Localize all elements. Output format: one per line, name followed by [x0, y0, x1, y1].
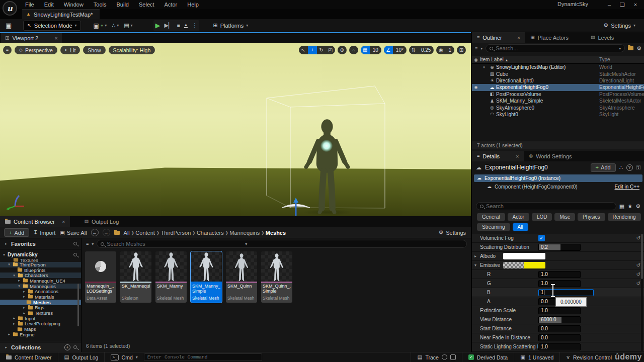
emissive-color-swatch[interactable]: [503, 262, 545, 268]
grid-snap-value[interactable]: 10: [370, 46, 381, 54]
grid-snap-icon[interactable]: ▦: [361, 46, 370, 54]
tree-item-animations[interactable]: ▸ Animations: [0, 289, 81, 294]
search-icon[interactable]: [73, 345, 77, 349]
blueprints-button[interactable]: ∴▾: [109, 21, 121, 30]
unsaved-button[interactable]: ▣ 1 Unsaved: [514, 352, 559, 362]
tab-details[interactable]: ≡ Details ×: [472, 151, 524, 161]
breadcrumb-item[interactable]: All: [124, 230, 130, 236]
camera-speed-icon[interactable]: ◉: [436, 46, 445, 54]
tree-item-mannequin-ue4[interactable]: ▸ Mannequin_UE4: [0, 278, 81, 284]
menu-item-select[interactable]: Select: [134, 2, 159, 8]
more-options-icon[interactable]: ⋮: [192, 23, 197, 28]
blueprint-icon[interactable]: ∴: [619, 165, 623, 170]
tree-item-mannequins[interactable]: ▾ Mannequins: [0, 284, 81, 289]
static-lighting-scattering-intensity-field[interactable]: 1.0: [538, 343, 581, 350]
tab-place-actors[interactable]: ▣ Place Actors: [525, 32, 574, 43]
cb-settings-button[interactable]: ⚙ Settings: [438, 230, 466, 236]
close-button[interactable]: ×: [629, 2, 642, 8]
add-component-button[interactable]: +Add: [591, 163, 616, 172]
show-dropdown[interactable]: Show: [83, 46, 105, 54]
select-tool-icon[interactable]: ↖: [299, 46, 308, 54]
search-icon[interactable]: [73, 242, 77, 245]
import-button[interactable]: ↧Import: [33, 230, 55, 236]
near-fade-in-distance-field[interactable]: 0.0: [538, 334, 581, 341]
tab-world-settings[interactable]: ◎ World Settings: [524, 151, 577, 161]
viewport-options-button[interactable]: ≡: [3, 46, 12, 54]
menu-item-file[interactable]: File: [20, 2, 39, 8]
tree-scrollbar[interactable]: [77, 284, 79, 326]
menu-item-actor[interactable]: Actor: [159, 2, 183, 8]
asset-tile-skm-manny-simple-selected[interactable]: SKM_Manny_.. Simple Skeletal Mesh: [191, 251, 222, 303]
close-icon[interactable]: ×: [517, 35, 520, 41]
selection-mode-dropdown[interactable]: ↖ Selection Mode ▾: [23, 21, 80, 31]
content-drawer-button[interactable]: Content Drawer: [0, 352, 58, 362]
expand-arrow-icon[interactable]: ▸: [472, 254, 479, 258]
viewport-tab[interactable]: ⊞ Viewport 2 ×: [1, 33, 62, 43]
outliner-row[interactable]: ▧ Cube StaticMeshActor: [472, 70, 644, 77]
breadcrumb-item[interactable]: Characters: [197, 230, 224, 236]
tab-output-log[interactable]: ▤ Output Log: [79, 216, 124, 227]
favorites-star-icon[interactable]: ★: [627, 204, 632, 209]
derived-data-button[interactable]: ✓ Derived Data: [462, 352, 514, 362]
move-tool-icon[interactable]: +: [308, 46, 317, 54]
start-distance-field[interactable]: 0.0: [538, 325, 581, 332]
eject-icon[interactable]: ▲: [184, 23, 188, 28]
expand-arrow-icon[interactable]: ▾: [480, 65, 488, 69]
asset-tile-sk-mannequin[interactable]: SK_Mannequin Skeleton: [120, 251, 151, 303]
close-icon[interactable]: ×: [54, 35, 57, 41]
outliner-search[interactable]: ▾: [486, 44, 625, 52]
reset-icon[interactable]: ↺: [636, 235, 640, 241]
albedo-color-swatch[interactable]: [503, 253, 545, 259]
add-actor-button[interactable]: ▣+▾: [91, 21, 110, 30]
asset-search[interactable]: ▾: [97, 240, 467, 248]
asset-tile-skm-manny[interactable]: SKM_Manny Skeletal Mesh: [155, 251, 187, 303]
menu-item-help[interactable]: Help: [182, 2, 204, 8]
outliner-search-input[interactable]: [496, 45, 616, 51]
lock-icon[interactable]: ⚿︎: [636, 165, 640, 170]
add-collection-icon[interactable]: +: [64, 344, 70, 350]
category-actor[interactable]: Actor: [508, 213, 529, 221]
console-command-input[interactable]: [147, 354, 259, 360]
level-tab[interactable]: ▲ SnowyLightingTestMap*: [22, 9, 100, 19]
close-icon[interactable]: ×: [62, 219, 65, 225]
collapse-arrow-icon[interactable]: ▾: [472, 263, 479, 267]
reset-icon[interactable]: ↺: [636, 281, 640, 286]
outliner-row[interactable]: ▾ ⊕ SnowyLightingTestMap (Editor) World: [472, 64, 644, 70]
reset-icon[interactable]: ↺: [636, 262, 640, 268]
expand-arrow-icon[interactable]: ▸: [4, 242, 8, 246]
help-icon[interactable]: ?: [626, 164, 633, 171]
settings-dropdown[interactable]: ⚙ Settings ▾: [601, 21, 638, 30]
checkbox-checked[interactable]: ✓: [538, 235, 545, 241]
tree-item-maps[interactable]: Maps: [0, 326, 81, 332]
visibility-column-icon[interactable]: ◉: [472, 57, 480, 62]
new-folder-icon[interactable]: [628, 46, 633, 50]
tree-item-materials[interactable]: ▸ Materials: [0, 294, 81, 300]
outliner-row[interactable]: ◠ SkyLight0 SkyLight: [472, 111, 644, 118]
snapshot-icon[interactable]: [450, 354, 456, 360]
stop-icon[interactable]: ■: [177, 23, 180, 28]
filter-icon[interactable]: ≡: [86, 242, 89, 246]
component-row-instance[interactable]: ☁ ExponentialHeightFog0 (Instance): [474, 174, 642, 182]
maximize-viewport-icon[interactable]: ⊞: [457, 46, 466, 54]
extinction-scale-field[interactable]: 1.0: [538, 307, 581, 314]
add-asset-button[interactable]: +Add: [4, 228, 29, 237]
rotation-snap-icon[interactable]: ∠: [384, 46, 393, 54]
category-misc[interactable]: Misc: [554, 213, 575, 221]
reset-icon[interactable]: ↺: [636, 272, 640, 277]
save-all-button[interactable]: ▣Save All: [59, 230, 87, 236]
b-field-editing[interactable]: 1: [538, 289, 594, 296]
gear-icon[interactable]: ⚙: [635, 204, 640, 209]
outliner-row[interactable]: ☀ DirectionalLight0 DirectionalLight: [472, 77, 644, 84]
view-distance-field[interactable]: 6000.0: [538, 316, 581, 323]
minimize-button[interactable]: –: [603, 2, 616, 8]
scale-snap-icon[interactable]: ⇅: [409, 46, 418, 54]
outliner-row-selected[interactable]: ◉ ☁ ExponentialHeightFog0 ExponentialHei…: [472, 84, 644, 90]
rotation-snap-value[interactable]: 10°: [393, 46, 407, 54]
menu-item-edit[interactable]: Edit: [39, 2, 59, 8]
tree-item-characters[interactable]: ▾ Characters: [0, 273, 81, 278]
scattering-distribution-field[interactable]: 0.2: [538, 244, 581, 251]
breadcrumb-item-current[interactable]: Meshes: [266, 230, 286, 236]
item-label-column[interactable]: Item Label ▲: [480, 57, 599, 62]
category-lod[interactable]: LOD: [532, 213, 552, 221]
scrollbar-thumb[interactable]: [641, 234, 643, 279]
